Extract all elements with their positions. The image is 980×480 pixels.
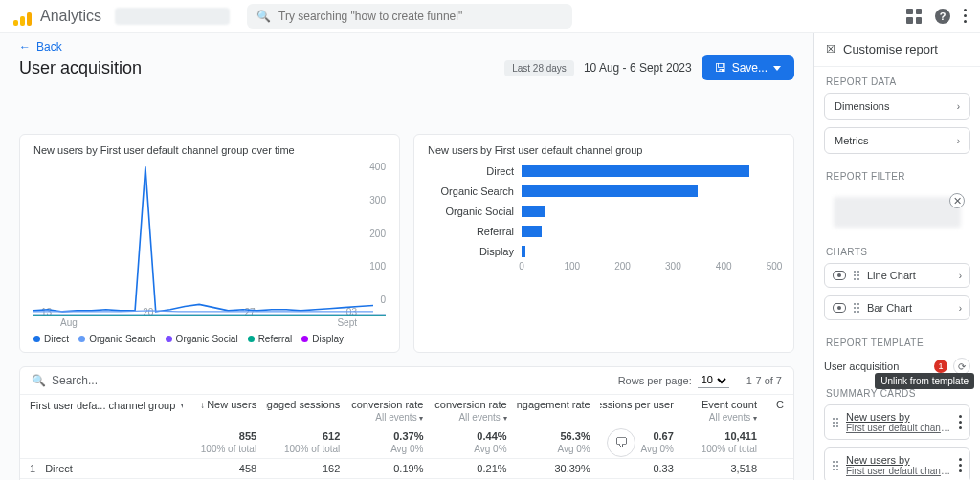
legend-item[interactable]: Direct [33, 334, 69, 344]
col-session-conv-rate[interactable]: Session conversion rate [349, 399, 423, 410]
summary-card[interactable]: New users byFirst user default chann... [824, 447, 970, 480]
bar-fill [522, 206, 545, 217]
template-name: User acquisition [824, 360, 899, 372]
drag-handle-icon[interactable] [833, 418, 838, 427]
template-badge: 1 [934, 360, 947, 373]
legend-dot-icon [78, 336, 85, 342]
table-row[interactable]: 1Direct4581620.19%0.21%30.39%0.333,518 [20, 459, 793, 479]
apps-icon[interactable] [906, 9, 922, 24]
sec-charts: CHARTS [814, 237, 980, 263]
account-crumb-blurred[interactable] [115, 8, 230, 25]
drag-handle-icon[interactable] [854, 303, 859, 313]
rows-per-page-select[interactable]: 10 [698, 373, 729, 388]
date-preset-chip[interactable]: Last 28 days [504, 60, 574, 76]
chevron-down-icon[interactable]: ▾ [181, 402, 183, 410]
sec-report-filter: REPORT FILTER [814, 162, 980, 187]
line-chart-card: New users by First user default channel … [19, 134, 400, 353]
overflow-menu-icon[interactable] [959, 415, 962, 429]
bar-fill [522, 165, 749, 177]
legend-label: Display [312, 334, 344, 344]
bar-chart: DirectOrganic SearchOrganic SocialReferr… [428, 165, 780, 257]
bar-fill [522, 185, 698, 197]
tooltip-unlink: Unlink from template [875, 373, 974, 389]
col-event-count[interactable]: Event count [702, 399, 757, 410]
legend-dot-icon [166, 336, 172, 342]
dimension-header[interactable]: First user defa... channel group [30, 400, 175, 411]
line-chart: 4003002001000 [33, 162, 386, 305]
top-bar: Analytics 🔍 ? [0, 0, 980, 33]
table-card: 🔍 Search... Rows per page: 10 1-7 of 7 [19, 366, 794, 480]
col-engaged-sessions[interactable]: Engaged sessions [266, 399, 340, 410]
chart-item-label: Line Chart [867, 270, 916, 281]
legend-dot-icon [248, 336, 255, 342]
rows-per-page-label: Rows per page: [618, 375, 692, 386]
summary-line2: First user default chann... [846, 466, 951, 476]
chevron-right-icon: › [957, 101, 960, 112]
chart-item-line[interactable]: Line Chart › [824, 263, 970, 288]
visibility-icon[interactable] [833, 303, 846, 313]
customise-icon: ☒ [826, 43, 835, 55]
legend-dot-icon [33, 336, 40, 342]
chart-item-bar[interactable]: Bar Chart › [824, 295, 970, 320]
bar-label: Organic Search [428, 185, 514, 197]
chart-item-label: Bar Chart [867, 302, 912, 314]
line-chart-svg [33, 162, 386, 316]
sec-report-data: REPORT DATA [814, 67, 980, 93]
save-icon: 🖫 [715, 61, 726, 75]
back-arrow-icon: ← [19, 40, 31, 54]
sort-desc-icon[interactable]: ↓ [200, 400, 205, 410]
bar-chart-title: New users by First user default channel … [428, 144, 780, 156]
data-table: First user defa... channel group ▾ + ↓Ne… [20, 395, 793, 480]
bar-x-ticks: 0100200300400500 [522, 261, 774, 274]
chat-icon: 🗨 [614, 435, 628, 450]
metrics-pill[interactable]: Metrics› [824, 127, 970, 154]
drag-handle-icon[interactable] [854, 271, 859, 280]
legend-label: Direct [44, 334, 69, 344]
report-filter-item[interactable]: ✕ [824, 187, 970, 237]
legend-item[interactable]: Organic Search [78, 334, 155, 344]
back-label: Back [36, 40, 62, 54]
dimensions-pill[interactable]: Dimensions› [824, 93, 970, 120]
bar-label: Organic Social [428, 206, 514, 217]
line-legend: DirectOrganic SearchOrganic SocialReferr… [33, 334, 386, 344]
line-x-sublabels: Aug Sept [33, 317, 386, 328]
bar-label: Referral [428, 226, 514, 237]
back-link[interactable]: ← Back [19, 40, 794, 54]
bar-row: Organic Search [428, 185, 780, 197]
bar-fill [522, 246, 525, 257]
drag-handle-icon[interactable] [833, 461, 838, 470]
report-content: ← Back User acquisition Last 28 days 10 … [0, 33, 813, 480]
remove-filter-icon[interactable]: ✕ [949, 193, 965, 208]
col-user-conv-rate[interactable]: User conversion rate [433, 399, 506, 410]
bar-chart-card: New users by First user default channel … [413, 134, 794, 353]
overflow-menu-icon[interactable] [959, 458, 962, 472]
legend-item[interactable]: Display [301, 334, 344, 344]
help-icon[interactable]: ? [935, 9, 950, 24]
date-range[interactable]: 10 Aug - 6 Sept 2023 [584, 61, 692, 75]
summary-line1: New users by [846, 411, 951, 423]
save-button[interactable]: 🖫 Save... [702, 55, 794, 80]
col-new-users[interactable]: New users [207, 399, 256, 410]
bar-row: Organic Social [428, 206, 780, 217]
customise-panel: ☒ Customise report REPORT DATA Dimension… [813, 33, 980, 480]
ga-logo-icon [13, 7, 33, 26]
col-overflow: C [776, 399, 784, 410]
customise-title: Customise report [843, 42, 938, 56]
legend-item[interactable]: Organic Social [166, 334, 238, 344]
summary-line2: First user default chann... [846, 423, 951, 433]
summary-card[interactable]: New users byFirst user default chann... [824, 404, 970, 440]
legend-label: Referral [258, 334, 293, 344]
line-chart-title: New users by First user default channel … [33, 144, 386, 156]
sec-report-template: REPORT TEMPLATE [814, 328, 980, 354]
visibility-icon[interactable] [833, 271, 846, 280]
global-search[interactable]: 🔍 [247, 4, 572, 29]
save-label: Save... [732, 61, 768, 75]
global-search-input[interactable] [278, 10, 563, 23]
legend-item[interactable]: Referral [248, 334, 293, 344]
col-espu[interactable]: Engaged sessions per user [600, 399, 674, 410]
table-search[interactable]: 🔍 Search... [32, 374, 98, 387]
feedback-fab[interactable]: 🗨 [607, 428, 635, 457]
overflow-menu-icon[interactable] [964, 9, 967, 23]
legend-label: Organic Search [89, 334, 155, 344]
col-engagement-rate[interactable]: Engagement rate [517, 399, 590, 410]
